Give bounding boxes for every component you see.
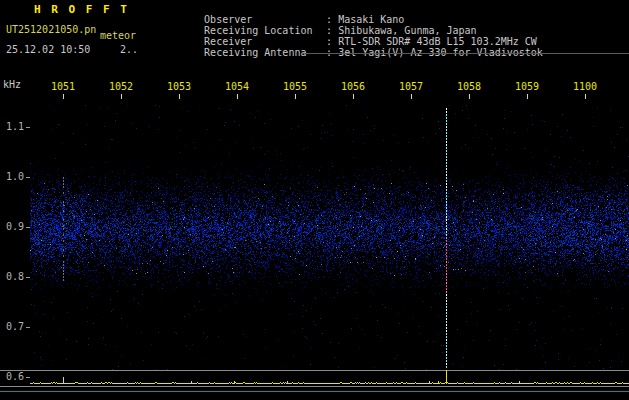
time-tick-label: 1059 [515,82,539,92]
time-tick-mark [469,94,470,99]
freq-axis-unit: kHz [3,80,21,90]
time-tick-mark [527,94,528,99]
time-tick-label: 1052 [109,82,133,92]
time-tick-mark [237,94,238,99]
freq-tick-label: 0.9 [2,222,24,232]
header-divider [303,53,629,54]
datetime: 25.12.02 10:50 [6,45,90,55]
time-tick-label: 1055 [283,82,307,92]
time-tick-mark [63,94,64,99]
time-tick-label: 1054 [225,82,249,92]
time-tick-mark [411,94,412,99]
signal-trace-canvas [0,368,629,388]
app-title: H R O F F T [34,5,129,15]
time-tick-mark [353,94,354,99]
spectrogram-canvas [30,105,629,370]
time-tick-mark [295,94,296,99]
hrofft-window: H R O F F T UT2512021050.pn meteor 25.12… [0,0,629,400]
freq-tick-label: 1.1 [2,122,24,132]
freq-tick-label: 1.0 [2,172,24,182]
time-tick-label: 1056 [341,82,365,92]
time-tick-label: 1051 [51,82,75,92]
time-tick-label: 1053 [167,82,191,92]
freq-tick-label: 0.8 [2,272,24,282]
time-tick-mark [121,94,122,99]
time-tick-mark [179,94,180,99]
time-tick-label: 1058 [457,82,481,92]
filename: UT2512021050.pn [6,25,96,35]
observation-mode: meteor [100,31,136,41]
time-tick-mark [585,94,586,99]
counter: 2.. [120,45,138,55]
baseline-indicator-line [0,391,629,392]
freq-tick-label: 0.7 [2,322,24,332]
time-tick-label: 1100 [573,82,597,92]
time-tick-label: 1057 [399,82,423,92]
